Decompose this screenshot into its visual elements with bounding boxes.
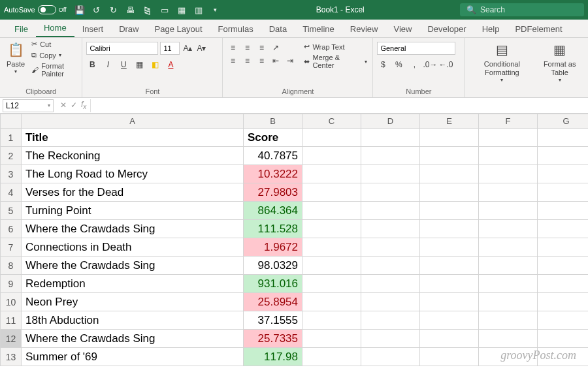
cell-D11[interactable]	[361, 311, 420, 330]
cell-D12[interactable]	[361, 330, 420, 348]
wrap-text-button[interactable]: ↩Wrap Text	[302, 42, 368, 52]
format-as-table-button[interactable]: ▦ Format as Table▾	[535, 39, 584, 85]
save-icon[interactable]: 💾	[74, 5, 85, 15]
cell-G12[interactable]	[538, 330, 589, 348]
column-header-D[interactable]: D	[361, 114, 420, 129]
bold-button[interactable]: B	[86, 59, 98, 70]
cell-E4[interactable]	[420, 183, 479, 202]
cell-C12[interactable]	[302, 330, 361, 348]
cell-A6[interactable]: Where the Crawdads Sing	[22, 220, 244, 238]
row-header-7[interactable]: 7	[1, 238, 22, 257]
cell-C11[interactable]	[302, 311, 361, 330]
cell-B1[interactable]: Score	[244, 129, 302, 147]
cell-D5[interactable]	[361, 202, 420, 220]
column-header-C[interactable]: C	[302, 114, 361, 129]
enter-formula-icon[interactable]: ✓	[71, 101, 77, 110]
cancel-formula-icon[interactable]: ✕	[60, 101, 67, 110]
cell-E11[interactable]	[420, 311, 479, 330]
cell-G5[interactable]	[538, 202, 589, 220]
cell-B9[interactable]: 931.016	[244, 275, 302, 293]
tab-data[interactable]: Data	[261, 20, 295, 37]
row-header-8[interactable]: 8	[1, 257, 22, 275]
cell-B3[interactable]: 10.3222	[244, 165, 302, 183]
cell-G11[interactable]	[538, 311, 589, 330]
search-box[interactable]: 🔍 Search	[460, 3, 584, 16]
cell-A12[interactable]: Where the Crawdads Sing	[22, 330, 244, 348]
merge-center-button[interactable]: ⬌Merge & Center▾	[302, 53, 368, 70]
cell-A3[interactable]: The Long Road to Mercy	[22, 165, 244, 183]
cell-A2[interactable]: The Reckoning	[22, 147, 244, 165]
tab-draw[interactable]: Draw	[111, 20, 146, 37]
open-icon[interactable]: ▥	[193, 5, 204, 15]
cell-B11[interactable]: 37.1555	[244, 311, 302, 330]
cell-F1[interactable]	[479, 129, 538, 147]
cell-E2[interactable]	[420, 147, 479, 165]
cell-B7[interactable]: 1.9672	[244, 238, 302, 257]
cell-A1[interactable]: Title	[22, 129, 244, 147]
cell-D1[interactable]	[361, 129, 420, 147]
decrease-decimal-icon[interactable]: ←.0	[440, 59, 451, 70]
cell-A8[interactable]: Where the Crawdads Sing	[22, 257, 244, 275]
cell-A13[interactable]: Summer of '69	[22, 348, 244, 366]
column-header-G[interactable]: G	[538, 114, 589, 129]
cell-C1[interactable]	[302, 129, 361, 147]
cell-G4[interactable]	[538, 183, 589, 202]
cell-D9[interactable]	[361, 275, 420, 293]
cell-G8[interactable]	[538, 257, 589, 275]
tab-view[interactable]: View	[385, 20, 419, 37]
cell-G3[interactable]	[538, 165, 589, 183]
column-header-F[interactable]: F	[479, 114, 538, 129]
font-color-button[interactable]: A	[165, 59, 176, 70]
format-painter-button[interactable]: 🖌Format Painter	[30, 61, 78, 78]
row-header-4[interactable]: 4	[1, 183, 22, 202]
cell-D3[interactable]	[361, 165, 420, 183]
cell-C13[interactable]	[302, 348, 361, 366]
cell-F4[interactable]	[479, 183, 538, 202]
orientation-icon[interactable]: ↗	[270, 42, 282, 54]
indent-decrease-icon[interactable]: ⇤	[270, 55, 282, 67]
cell-F5[interactable]	[479, 202, 538, 220]
italic-button[interactable]: I	[102, 59, 114, 70]
cell-F9[interactable]	[479, 275, 538, 293]
indent-increase-icon[interactable]: ⇥	[284, 55, 296, 67]
cell-E8[interactable]	[420, 257, 479, 275]
paste-button[interactable]: 📋 Paste ▾	[4, 39, 27, 76]
cell-F8[interactable]	[479, 257, 538, 275]
tab-insert[interactable]: Insert	[74, 20, 112, 37]
cell-D10[interactable]	[361, 293, 420, 311]
new-icon[interactable]: ▦	[176, 5, 187, 15]
autosave-toggle[interactable]: AutoSave Off	[4, 5, 67, 14]
cell-C6[interactable]	[302, 220, 361, 238]
cell-D7[interactable]	[361, 238, 420, 257]
row-header-13[interactable]: 13	[1, 348, 22, 366]
cell-C3[interactable]	[302, 165, 361, 183]
cell-G13[interactable]	[538, 348, 589, 366]
decrease-font-icon[interactable]: A▾	[195, 42, 207, 54]
font-name-select[interactable]	[86, 42, 158, 55]
cell-C10[interactable]	[302, 293, 361, 311]
cell-D8[interactable]	[361, 257, 420, 275]
align-center-icon[interactable]: ≡	[241, 55, 253, 67]
tab-file[interactable]: File	[7, 20, 36, 37]
comma-icon[interactable]: ,	[408, 59, 420, 70]
cell-C9[interactable]	[302, 275, 361, 293]
font-size-select[interactable]	[160, 42, 180, 55]
column-header-A[interactable]: A	[22, 114, 244, 129]
cell-B6[interactable]: 111.528	[244, 220, 302, 238]
cell-F13[interactable]	[479, 348, 538, 366]
cell-A11[interactable]: 18th Abduction	[22, 311, 244, 330]
cell-E9[interactable]	[420, 275, 479, 293]
cell-E10[interactable]	[420, 293, 479, 311]
cell-E3[interactable]	[420, 165, 479, 183]
row-header-12[interactable]: 12	[1, 330, 22, 348]
row-header-5[interactable]: 5	[1, 202, 22, 220]
number-format-select[interactable]	[377, 42, 455, 55]
cell-E5[interactable]	[420, 202, 479, 220]
align-left-icon[interactable]: ≡	[227, 55, 238, 67]
cell-A7[interactable]: Connections in Death	[22, 238, 244, 257]
cell-D13[interactable]	[361, 348, 420, 366]
cell-G1[interactable]	[538, 129, 589, 147]
tab-formulas[interactable]: Formulas	[210, 20, 261, 37]
align-bottom-icon[interactable]: ≡	[255, 42, 267, 54]
name-box[interactable]: L12 ▾	[3, 99, 54, 112]
